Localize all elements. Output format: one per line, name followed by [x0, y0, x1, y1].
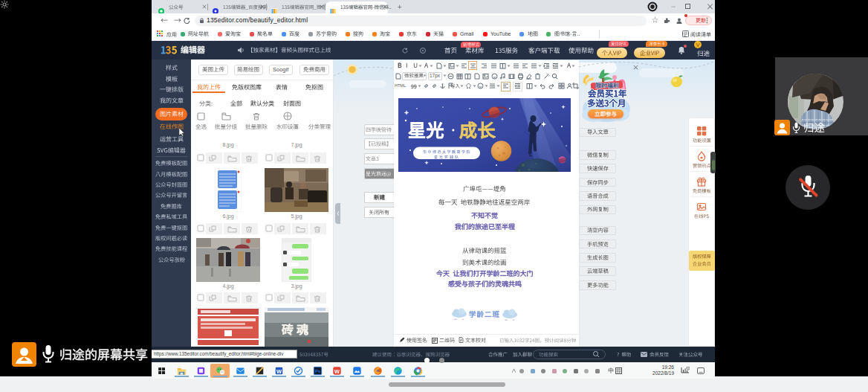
svg-text:V: V [696, 42, 700, 48]
svg-text:W: W [276, 367, 282, 374]
svg-text:W: W [334, 367, 340, 374]
svg-text:1: 1 [687, 367, 689, 370]
svg-text:Ps: Ps [314, 369, 320, 373]
